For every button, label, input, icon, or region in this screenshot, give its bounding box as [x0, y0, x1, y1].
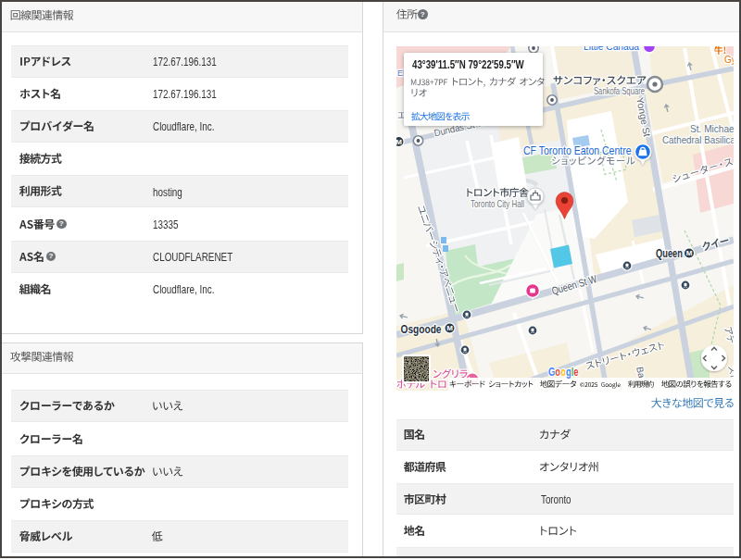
svg-text:Sankofa Square: Sankofa Square: [594, 86, 645, 96]
svg-text:o: o: [560, 366, 566, 379]
svg-text:Queen: Queen: [656, 246, 683, 258]
svg-text:CF Toronto Eaton Centre: CF Toronto Eaton Centre: [523, 144, 631, 156]
svg-text:o: o: [555, 366, 560, 379]
svg-text:Gy: Gy: [724, 55, 734, 65]
svg-text:e: e: [573, 366, 578, 379]
svg-text:Osgoode: Osgoode: [401, 323, 442, 335]
svg-text:Little Canada: Little Canada: [584, 46, 639, 52]
svg-text:M: M: [396, 138, 402, 146]
svg-text:Cathedral Basilica: Cathedral Basilica: [662, 134, 734, 145]
svg-text:M: M: [686, 249, 693, 257]
svg-text:Toronto City Hall: Toronto City Hall: [471, 199, 524, 209]
svg-text:St. Michael's: St. Michael's: [690, 123, 734, 134]
svg-text:G: G: [548, 366, 556, 379]
svg-text:g: g: [566, 366, 571, 379]
svg-text:M: M: [446, 324, 453, 332]
